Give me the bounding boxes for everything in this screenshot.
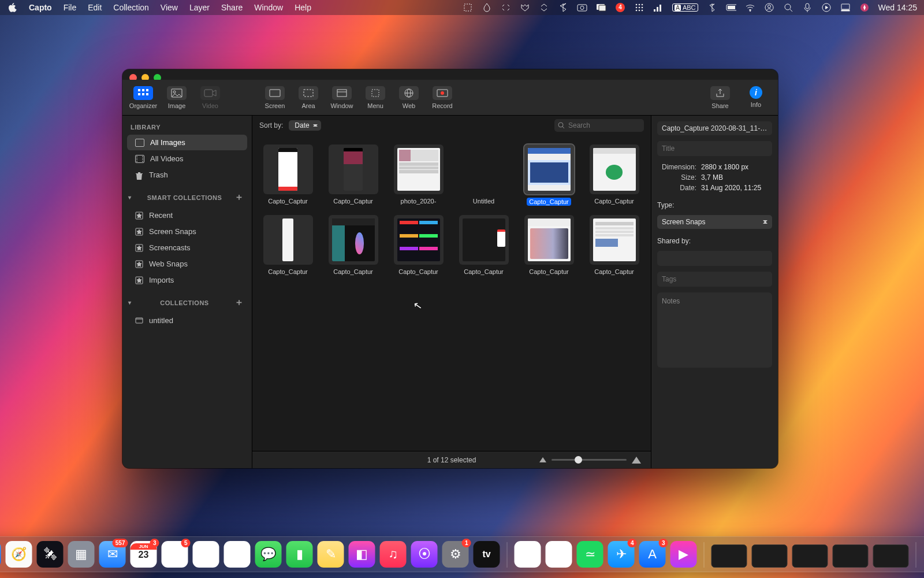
grid-item[interactable]: Capto_Captur [587,144,642,206]
dock-app-reminders[interactable]: ≣5 [162,541,188,568]
menuextra-grid-icon[interactable] [634,2,644,13]
dock-minimized-window[interactable] [752,544,788,568]
sidebar-item-trash[interactable]: Trash [127,167,247,183]
toolbar-web[interactable]: Web [394,84,424,112]
menu-collection[interactable]: Collection [113,3,148,12]
menuextra-bluetooth-icon[interactable] [558,2,568,13]
apple-menu[interactable] [7,2,17,13]
toolbar-menu[interactable]: Menu [360,84,390,112]
dock-app-photos[interactable]: ✿ [224,541,251,568]
menuextra-arrows-icon[interactable] [539,2,549,13]
sidebar-item-imports[interactable]: Imports [127,272,247,288]
dock-app-finder[interactable]: 🙂 [0,541,1,568]
grid-item[interactable]: Untitled [456,144,511,206]
dock-app-music[interactable]: ♫ [380,541,407,568]
toolbar-info[interactable]: iInfo [740,84,772,112]
sidebar-item-web-snaps[interactable]: Web Snaps [127,256,247,272]
toolbar-record[interactable]: Record [427,84,457,112]
dock-app-launchpad[interactable]: ▦ [68,541,95,568]
search-input[interactable] [568,121,640,129]
menuextra-compass-icon[interactable] [859,2,870,13]
grid-item[interactable]: Capto_Captur [521,215,576,275]
inspector-shared-input[interactable] [657,251,772,266]
menuextra-battery-icon[interactable] [726,2,736,13]
dock-app-appletv[interactable]: tv [474,541,500,568]
grid-item[interactable]: photo_2020- [391,144,446,206]
dock-app-spotify[interactable]: ≃ [577,541,603,568]
toolbar-window[interactable]: Window [327,84,357,112]
menu-help[interactable]: Help [295,3,311,12]
dock-app-messages[interactable]: 💬 [255,541,282,568]
menubar-app-name[interactable]: Capto [29,3,52,12]
dock-app-safari[interactable]: 🧭 [6,541,32,568]
menuextra-expand-icon[interactable] [501,2,511,13]
inspector-tags-input[interactable] [657,272,772,287]
grid-item[interactable]: Capto_Captur [391,215,446,275]
dock-app-siri[interactable]: 🛰 [37,541,64,568]
toolbar-area[interactable]: Area [293,84,323,112]
zoom-slider[interactable] [539,456,642,464]
sort-dropdown[interactable]: Date [289,120,321,131]
dock-app-facetime[interactable]: ▮ [286,541,313,568]
dock-app-maps[interactable]: 🗺 [193,541,219,568]
menu-layer[interactable]: Layer [189,3,210,12]
dock-app-appstore[interactable]: A3 [639,541,666,568]
menu-share[interactable]: Share [221,3,243,12]
menuextra-camera-icon[interactable] [577,2,587,13]
menu-window[interactable]: Window [254,3,283,12]
dock-app-podcasts[interactable]: ⦿ [411,541,438,568]
menuextra-wifi-icon[interactable] [745,2,755,13]
dock-app-calendar[interactable]: JUN233 [131,541,157,568]
sidebar-item-all-videos[interactable]: All Videos [127,151,247,166]
menu-edit[interactable]: Edit [88,3,102,12]
dock-app-notes[interactable]: ✎ [318,541,344,568]
sidebar-item-untitled[interactable]: untitled [127,313,247,328]
menuextra-notification-icon[interactable]: 4 [615,2,625,13]
grid-item[interactable]: Capto_Captur [260,144,315,206]
sidebar-item-screencasts[interactable]: Screencasts [127,240,247,255]
inspector-type-select[interactable]: Screen Snaps [657,215,772,229]
grid-item[interactable]: Capto_Captur [260,215,315,275]
sidebar-item-all-images[interactable]: All Images [127,135,247,150]
grid-item[interactable]: Capto_Captur [456,215,511,275]
grid-item[interactable]: Capto_Captur [521,144,576,206]
menuextra-bars-icon[interactable] [653,2,664,13]
dock-app-slack[interactable]: ✱ [515,541,541,568]
menuextra-input-source[interactable]: ABC [672,3,698,12]
menuextra-displays-icon[interactable] [596,2,606,13]
add-smart-collection-button[interactable]: ＋ [234,191,244,203]
dock-app-settings[interactable]: ⚙︎1 [442,541,469,568]
inspector-notes[interactable]: Notes [657,292,772,368]
sidebar-item-screen-snaps[interactable]: Screen Snaps [127,224,247,239]
grid-item[interactable]: Capto_Captur [326,215,381,275]
menuextra-bt2-icon[interactable] [707,2,717,13]
dock-app-chrome[interactable]: ◉ [546,541,572,568]
toolbar-screen[interactable]: Screen [260,84,290,112]
menuextra-mic-icon[interactable] [802,2,813,13]
dock-minimized-window[interactable] [792,544,828,568]
dock-app-telegram[interactable]: ✈︎4 [608,541,635,568]
zoom-knob[interactable] [575,456,582,464]
dock-app-pixelmator[interactable]: ◧ [349,541,375,568]
menuextra-play-icon[interactable] [821,2,832,13]
toolbar-image[interactable]: Image [162,84,192,112]
grid-item[interactable]: Capto_Captur [326,144,381,206]
menubar-clock[interactable]: Wed 14:25 [878,3,917,12]
dock-app-mail[interactable]: ✉︎557 [99,541,126,568]
sidebar-section-smart[interactable]: ▾SMART COLLECTIONS＋ [122,183,252,207]
dock-minimized-window[interactable] [833,544,869,568]
add-collection-button[interactable]: ＋ [234,297,244,309]
menuextra-selection-icon[interactable] [463,2,473,13]
toolbar-organizer[interactable]: Organizer [128,84,158,112]
toolbar-share[interactable]: Share [704,84,736,112]
dock-minimized-window[interactable] [873,544,909,568]
menuextra-droplet-icon[interactable] [482,2,492,13]
dock-app-elmedia[interactable]: ▶︎ [670,541,697,568]
sidebar-section-collections[interactable]: ▾COLLECTIONS＋ [122,288,252,312]
grid-item[interactable]: Capto_Captur [587,215,642,275]
menuextra-fox-icon[interactable] [520,2,530,13]
dock-minimized-window[interactable] [711,544,747,568]
menu-view[interactable]: View [161,3,178,12]
sidebar-item-recent[interactable]: Recent [127,208,247,223]
menuextra-search-icon[interactable] [783,2,793,13]
